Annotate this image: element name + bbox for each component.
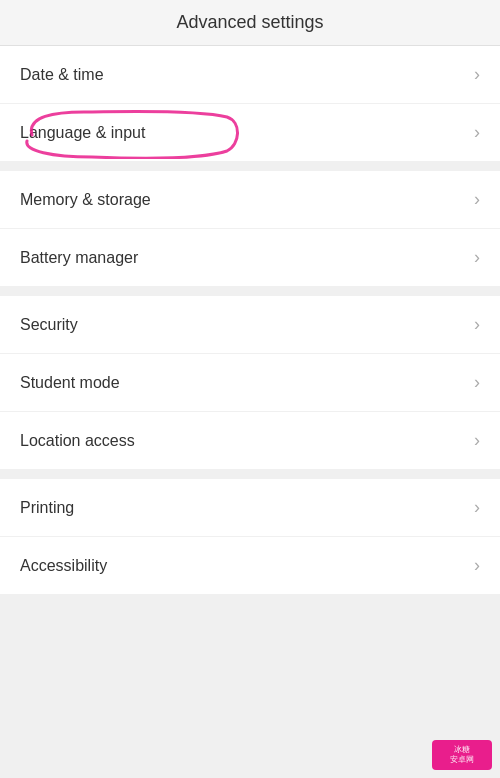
settings-item-label-printing: Printing bbox=[20, 499, 74, 517]
settings-group-group-misc: Printing›Accessibility› bbox=[0, 479, 500, 594]
settings-item-memory-storage[interactable]: Memory & storage› bbox=[0, 171, 500, 229]
settings-item-label-language-input: Language & input bbox=[20, 124, 145, 142]
settings-item-date-time[interactable]: Date & time› bbox=[0, 46, 500, 104]
watermark-text: 冰糖安卓网 bbox=[450, 745, 474, 764]
settings-item-language-input[interactable]: Language & input› bbox=[0, 104, 500, 161]
chevron-icon-battery-manager: › bbox=[474, 247, 480, 268]
page-title: Advanced settings bbox=[176, 12, 323, 32]
page-container: Advanced settings Date & time›Language &… bbox=[0, 0, 500, 594]
settings-item-location-access[interactable]: Location access› bbox=[0, 412, 500, 469]
settings-item-label-memory-storage: Memory & storage bbox=[20, 191, 151, 209]
watermark: 冰糖安卓网 bbox=[432, 740, 492, 770]
settings-item-label-security: Security bbox=[20, 316, 78, 334]
settings-item-label-date-time: Date & time bbox=[20, 66, 104, 84]
settings-item-label-accessibility: Accessibility bbox=[20, 557, 107, 575]
settings-item-battery-manager[interactable]: Battery manager› bbox=[0, 229, 500, 286]
chevron-icon-language-input: › bbox=[474, 122, 480, 143]
settings-item-student-mode[interactable]: Student mode› bbox=[0, 354, 500, 412]
chevron-icon-accessibility: › bbox=[474, 555, 480, 576]
settings-group-group-datetime: Date & time›Language & input› bbox=[0, 46, 500, 161]
settings-item-printing[interactable]: Printing› bbox=[0, 479, 500, 537]
settings-list: Date & time›Language & input›Memory & st… bbox=[0, 46, 500, 594]
settings-item-accessibility[interactable]: Accessibility› bbox=[0, 537, 500, 594]
chevron-icon-memory-storage: › bbox=[474, 189, 480, 210]
chevron-icon-student-mode: › bbox=[474, 372, 480, 393]
chevron-icon-security: › bbox=[474, 314, 480, 335]
settings-item-label-student-mode: Student mode bbox=[20, 374, 120, 392]
settings-item-security[interactable]: Security› bbox=[0, 296, 500, 354]
settings-group-group-security: Security›Student mode›Location access› bbox=[0, 296, 500, 469]
chevron-icon-date-time: › bbox=[474, 64, 480, 85]
chevron-icon-printing: › bbox=[474, 497, 480, 518]
settings-group-group-storage: Memory & storage›Battery manager› bbox=[0, 171, 500, 286]
page-header: Advanced settings bbox=[0, 0, 500, 46]
settings-item-label-location-access: Location access bbox=[20, 432, 135, 450]
settings-item-label-battery-manager: Battery manager bbox=[20, 249, 138, 267]
chevron-icon-location-access: › bbox=[474, 430, 480, 451]
